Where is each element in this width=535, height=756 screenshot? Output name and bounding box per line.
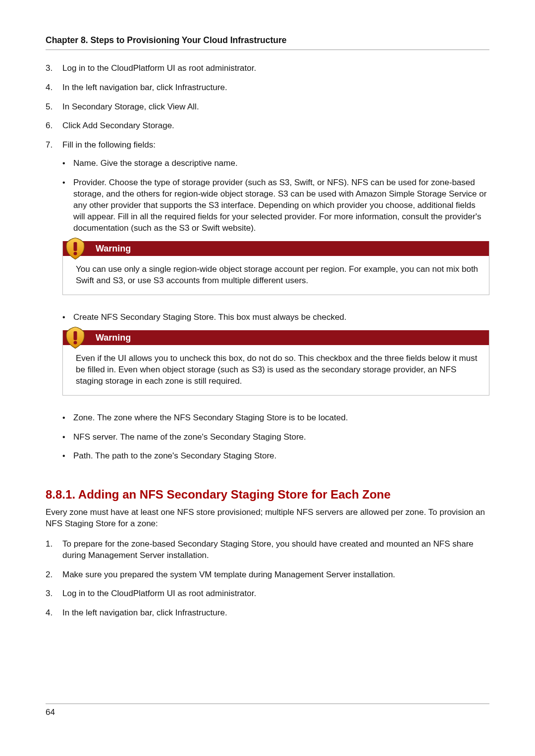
- step-number: 1.: [46, 539, 62, 561]
- step-number: 5.: [46, 101, 62, 113]
- step-number: 4.: [46, 607, 62, 619]
- step-5: 5. In Secondary Storage, click View All.: [46, 101, 489, 113]
- step-body: Fill in the following fields: Name. Give…: [62, 140, 489, 470]
- step-text: Fill in the following fields:: [62, 140, 156, 150]
- step-3: 3. Log in to the CloudPlatform UI as roo…: [46, 63, 489, 74]
- sec-step-4: 4. In the left navigation bar, click Inf…: [46, 607, 489, 619]
- page-footer: 64: [46, 704, 489, 718]
- step-number: 4.: [46, 82, 62, 94]
- field-text-wrap: Provider. Choose the type of storage pro…: [73, 177, 489, 304]
- sec-step-1: 1. To prepare for the zone-based Seconda…: [46, 539, 489, 561]
- field-text: Zone. The zone where the NFS Secondary S…: [73, 412, 489, 424]
- field-list: Name. Give the storage a descriptive nam…: [62, 158, 489, 462]
- step-number: 2.: [46, 569, 62, 581]
- bullet-icon: [62, 158, 73, 169]
- sec-step-3: 3. Log in to the CloudPlatform UI as roo…: [46, 588, 489, 600]
- step-number: 3.: [46, 63, 62, 74]
- section-procedure-list: 1. To prepare for the zone-based Seconda…: [46, 539, 489, 619]
- field-create-staging: Create NFS Secondary Staging Store. This…: [62, 312, 489, 404]
- step-text: To prepare for the zone-based Secondary …: [62, 539, 489, 561]
- step-text: Click Add Secondary Storage.: [62, 120, 489, 132]
- field-provider: Provider. Choose the type of storage pro…: [62, 177, 489, 304]
- warning-body: Even if the UI allows you to uncheck thi…: [63, 345, 489, 395]
- field-nfs-server: NFS server. The name of the zone's Secon…: [62, 432, 489, 443]
- warning-body: You can use only a single region-wide ob…: [63, 256, 489, 295]
- field-text: Provider. Choose the type of storage pro…: [73, 178, 486, 233]
- warning-title: Warning: [63, 330, 489, 345]
- procedure-list: 3. Log in to the CloudPlatform UI as roo…: [46, 63, 489, 470]
- step-number: 6.: [46, 120, 62, 132]
- step-4: 4. In the left navigation bar, click Inf…: [46, 82, 489, 94]
- step-6: 6. Click Add Secondary Storage.: [46, 120, 489, 132]
- field-path: Path. The path to the zone's Secondary S…: [62, 451, 489, 462]
- warning-title: Warning: [63, 241, 489, 256]
- field-zone: Zone. The zone where the NFS Secondary S…: [62, 412, 489, 424]
- field-name: Name. Give the storage a descriptive nam…: [62, 158, 489, 169]
- warning-box-1: Warning You can use only a single region…: [62, 241, 489, 295]
- field-text: Path. The path to the zone's Secondary S…: [73, 451, 489, 462]
- field-text: Name. Give the storage a descriptive nam…: [73, 158, 489, 169]
- step-text: Log in to the CloudPlatform UI as root a…: [62, 63, 489, 74]
- warning-icon: [64, 237, 87, 260]
- bullet-icon: [62, 412, 73, 424]
- chapter-header: Chapter 8. Steps to Provisioning Your Cl…: [46, 35, 489, 50]
- step-text: Make sure you prepared the system VM tem…: [62, 569, 489, 581]
- step-text: Log in to the CloudPlatform UI as root a…: [62, 588, 489, 600]
- step-text: In the left navigation bar, click Infras…: [62, 82, 489, 94]
- bullet-icon: [62, 451, 73, 462]
- section-intro: Every zone must have at least one NFS st…: [46, 507, 489, 530]
- bullet-icon: [62, 432, 73, 443]
- warning-icon: [64, 326, 87, 349]
- sec-step-2: 2. Make sure you prepared the system VM …: [46, 569, 489, 581]
- section-title: 8.8.1. Adding an NFS Secondary Staging S…: [46, 487, 489, 503]
- step-number: 7.: [46, 140, 62, 470]
- field-text: Create NFS Secondary Staging Store. This…: [73, 312, 347, 322]
- page-number: 64: [46, 707, 55, 717]
- warning-box-2: Warning Even if the UI allows you to unc…: [62, 330, 489, 396]
- step-7: 7. Fill in the following fields: Name. G…: [46, 140, 489, 470]
- field-text: NFS server. The name of the zone's Secon…: [73, 432, 489, 443]
- page: Chapter 8. Steps to Provisioning Your Cl…: [0, 0, 535, 756]
- step-text: In the left navigation bar, click Infras…: [62, 607, 489, 619]
- step-number: 3.: [46, 588, 62, 600]
- field-text-wrap: Create NFS Secondary Staging Store. This…: [73, 312, 489, 404]
- step-text: In Secondary Storage, click View All.: [62, 101, 489, 113]
